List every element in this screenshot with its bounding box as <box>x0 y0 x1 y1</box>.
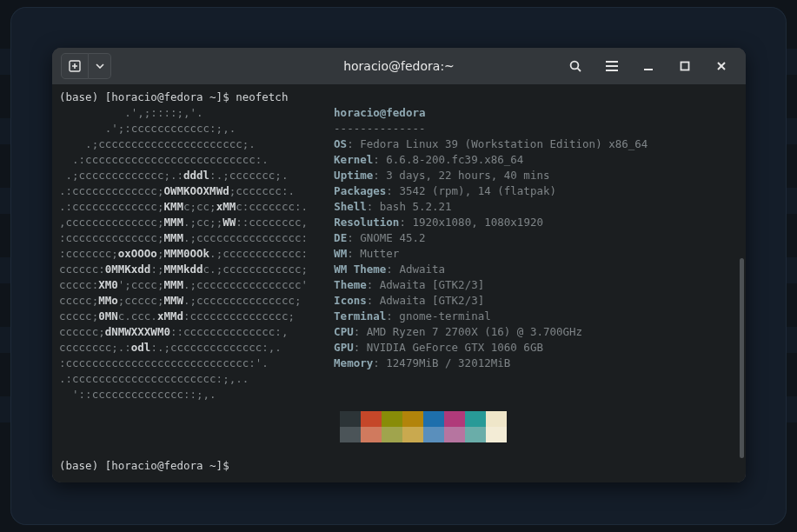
terminal-output: (base) [horacio@fedora ~]$ neofetch .',;… <box>59 90 739 402</box>
svg-point-3 <box>571 62 579 70</box>
hamburger-menu-button[interactable] <box>600 54 624 78</box>
color-swatch <box>486 427 507 442</box>
hamburger-icon <box>605 60 619 72</box>
title-bar: horacio@fedora:~ <box>52 48 746 84</box>
color-swatch <box>402 411 423 427</box>
color-swatch <box>402 427 423 442</box>
color-swatch <box>382 411 402 427</box>
terminal-window: horacio@fedora:~ <box>52 48 746 482</box>
color-swatch <box>444 427 465 442</box>
terminal-prompt[interactable]: (base) [horacio@fedora ~]$ <box>59 458 739 474</box>
color-swatches <box>340 411 739 442</box>
color-swatch <box>361 427 382 442</box>
maximize-button[interactable] <box>673 54 697 78</box>
search-button[interactable] <box>563 54 588 78</box>
color-swatch <box>423 427 444 442</box>
new-tab-dropdown-button[interactable] <box>89 53 111 79</box>
color-swatch <box>423 411 444 427</box>
color-swatch <box>444 411 465 427</box>
svg-line-4 <box>577 68 581 71</box>
new-tab-button[interactable] <box>61 53 89 79</box>
color-swatch <box>340 411 361 427</box>
minimize-icon <box>642 60 654 72</box>
close-icon <box>716 61 727 71</box>
color-swatch <box>340 427 361 442</box>
minimize-button[interactable] <box>636 54 661 78</box>
search-icon <box>568 59 582 73</box>
color-swatch <box>382 427 402 442</box>
terminal-body[interactable]: (base) [horacio@fedora ~]$ neofetch .',;… <box>52 84 746 482</box>
color-swatch <box>361 411 382 427</box>
maximize-icon <box>680 61 690 71</box>
color-swatch <box>486 411 507 427</box>
color-swatch <box>465 427 486 442</box>
close-button[interactable] <box>709 54 734 78</box>
scrollbar-thumb[interactable] <box>740 258 744 458</box>
svg-rect-9 <box>681 63 689 70</box>
color-swatch <box>465 411 486 427</box>
